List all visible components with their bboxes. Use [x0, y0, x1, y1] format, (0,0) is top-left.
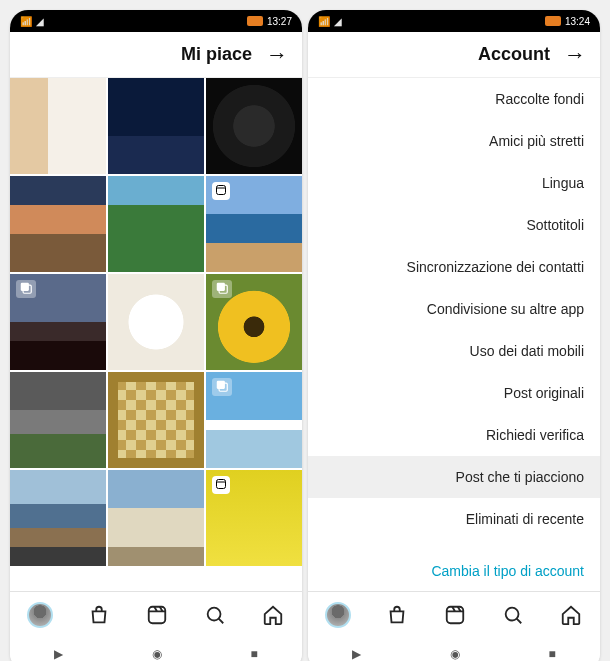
menu-item[interactable]: Uso dei dati mobili — [308, 330, 600, 372]
reel-icon — [212, 476, 230, 494]
menu-item[interactable]: Post che ti piacciono — [308, 456, 600, 498]
signal-icon: ◢ — [334, 16, 342, 27]
post-thumbnail[interactable] — [108, 470, 204, 566]
svg-rect-7 — [217, 480, 226, 489]
svg-rect-3 — [21, 283, 29, 291]
post-thumbnail[interactable] — [206, 78, 302, 174]
nav-search[interactable] — [203, 603, 227, 627]
status-bar: 📶 ◢ 13:27 — [10, 10, 302, 32]
status-time: 13:27 — [267, 16, 292, 27]
post-thumbnail[interactable] — [206, 274, 302, 370]
nav-search[interactable] — [501, 603, 525, 627]
nav-home[interactable] — [559, 603, 583, 627]
android-recent[interactable]: ■ — [250, 647, 257, 661]
nav-shop[interactable] — [385, 603, 409, 627]
battery-icon — [247, 16, 263, 26]
menu-item[interactable]: Lingua — [308, 162, 600, 204]
nav-profile[interactable] — [325, 602, 351, 628]
carousel-icon — [212, 378, 232, 396]
svg-point-11 — [506, 607, 519, 620]
android-recent[interactable]: ■ — [548, 647, 555, 661]
nav-home[interactable] — [261, 603, 285, 627]
menu-item[interactable]: Eliminati di recente — [308, 498, 600, 540]
post-thumbnail[interactable] — [108, 274, 204, 370]
wifi-icon: 📶 — [318, 16, 330, 27]
wifi-icon: 📶 — [20, 16, 32, 27]
svg-rect-8 — [149, 606, 166, 623]
status-bar: 📶 ◢ 13:24 — [308, 10, 600, 32]
post-thumbnail[interactable] — [108, 176, 204, 272]
liked-posts-grid — [10, 78, 302, 591]
menu-item[interactable]: Sottotitoli — [308, 204, 600, 246]
nav-reels[interactable] — [443, 603, 467, 627]
reel-icon — [212, 182, 230, 200]
post-thumbnail[interactable] — [10, 78, 106, 174]
menu-item[interactable]: Amici più stretti — [308, 120, 600, 162]
phone-left: 📶 ◢ 13:27 Mi piace → ▶ ◉ ■ — [10, 10, 302, 661]
menu-item[interactable]: Condivisione su altre app — [308, 288, 600, 330]
menu-item[interactable]: Sincronizzazione dei contatti — [308, 246, 600, 288]
post-thumbnail[interactable] — [108, 78, 204, 174]
android-back[interactable]: ▶ — [54, 647, 63, 661]
nav-reels[interactable] — [145, 603, 169, 627]
bottom-nav — [308, 591, 600, 637]
back-icon[interactable]: → — [564, 42, 586, 68]
post-thumbnail[interactable] — [206, 176, 302, 272]
header: Account → — [308, 32, 600, 78]
svg-rect-10 — [447, 606, 464, 623]
post-thumbnail[interactable] — [108, 372, 204, 468]
header: Mi piace → — [10, 32, 302, 78]
svg-point-9 — [208, 607, 221, 620]
page-title: Mi piace — [181, 44, 252, 65]
post-thumbnail[interactable] — [206, 372, 302, 468]
carousel-icon — [212, 280, 232, 298]
nav-shop[interactable] — [87, 603, 111, 627]
signal-icon: ◢ — [36, 16, 44, 27]
phone-right: 📶 ◢ 13:24 Account → Raccolte fondiAmici … — [308, 10, 600, 661]
post-thumbnail[interactable] — [10, 274, 106, 370]
status-time: 13:24 — [565, 16, 590, 27]
page-title: Account — [478, 44, 550, 65]
bottom-nav — [10, 591, 302, 637]
menu-item[interactable]: Post originali — [308, 372, 600, 414]
android-home[interactable]: ◉ — [152, 647, 162, 661]
android-nav: ▶ ◉ ■ — [308, 637, 600, 661]
android-nav: ▶ ◉ ■ — [10, 637, 302, 661]
post-thumbnail[interactable] — [10, 372, 106, 468]
svg-rect-0 — [217, 186, 226, 195]
post-thumbnail[interactable] — [10, 176, 106, 272]
svg-rect-5 — [217, 381, 225, 389]
menu-item[interactable]: Cambia il tipo di account — [308, 550, 600, 591]
menu-item[interactable]: Richiedi verifica — [308, 414, 600, 456]
android-home[interactable]: ◉ — [450, 647, 460, 661]
back-icon[interactable]: → — [266, 42, 288, 68]
carousel-icon — [16, 280, 36, 298]
account-menu: Raccolte fondiAmici più strettiLinguaSot… — [308, 78, 600, 591]
post-thumbnail[interactable] — [10, 470, 106, 566]
post-thumbnail[interactable] — [206, 470, 302, 566]
svg-rect-1 — [217, 283, 225, 291]
battery-icon — [545, 16, 561, 26]
menu-item[interactable]: Raccolte fondi — [308, 78, 600, 120]
nav-profile[interactable] — [27, 602, 53, 628]
android-back[interactable]: ▶ — [352, 647, 361, 661]
